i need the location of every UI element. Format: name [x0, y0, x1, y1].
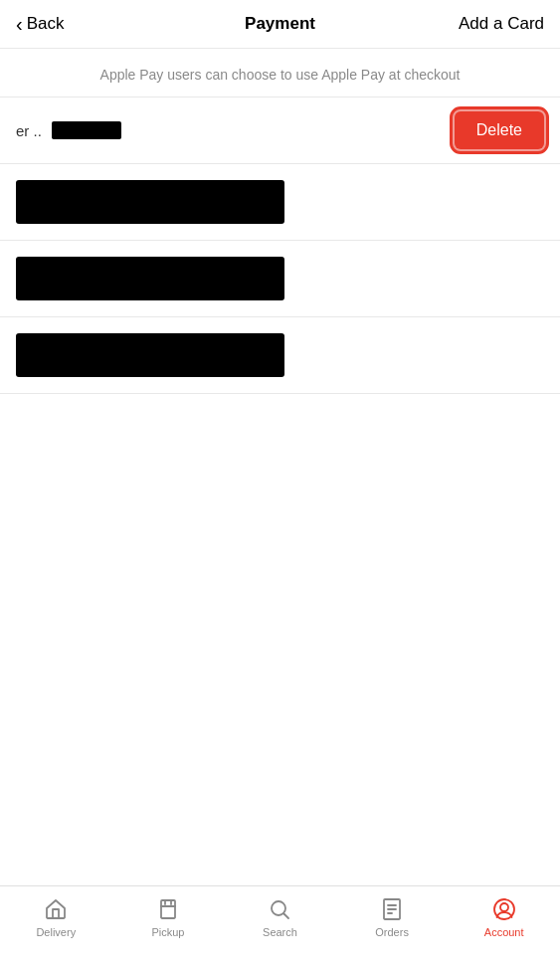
redacted-block-3 [16, 333, 284, 377]
nav-item-delivery[interactable]: Delivery [21, 896, 91, 938]
redacted-row-1 [0, 164, 560, 241]
info-text: Apple Pay users can choose to use Apple … [0, 49, 560, 97]
svg-rect-0 [161, 900, 175, 918]
nav-item-orders[interactable]: Orders [357, 896, 427, 938]
delivery-icon [43, 896, 69, 922]
nav-item-account[interactable]: Account [469, 896, 539, 938]
card-row-left: er .. [16, 121, 121, 139]
nav-label-orders: Orders [375, 926, 409, 938]
card-number-redacted [52, 121, 121, 139]
redacted-block-2 [16, 257, 284, 300]
redacted-row-2 [0, 241, 560, 317]
redacted-row-3 [0, 317, 560, 394]
svg-point-8 [500, 903, 508, 911]
card-label: er .. [16, 122, 42, 139]
back-button[interactable]: ‹ Back [16, 14, 64, 34]
top-nav: ‹ Back Payment Add a Card [0, 0, 560, 49]
nav-label-account: Account [484, 926, 524, 938]
payment-list: er .. Delete [0, 97, 560, 394]
nav-label-delivery: Delivery [36, 926, 76, 938]
search-icon [267, 896, 292, 922]
page-title: Payment [245, 14, 315, 34]
delete-button[interactable]: Delete [455, 111, 544, 149]
back-label: Back [27, 14, 65, 34]
nav-item-pickup[interactable]: Pickup [133, 896, 203, 938]
redacted-block-1 [16, 180, 284, 224]
bottom-nav: Delivery Pickup Search [0, 885, 560, 968]
nav-label-pickup: Pickup [151, 926, 184, 938]
pickup-icon [155, 896, 181, 922]
orders-icon [379, 896, 405, 922]
svg-line-2 [284, 914, 289, 919]
card-row-primary: er .. Delete [0, 97, 560, 164]
add-card-button[interactable]: Add a Card [459, 14, 544, 34]
nav-label-search: Search [263, 926, 297, 938]
back-chevron-icon: ‹ [16, 14, 23, 34]
nav-item-search[interactable]: Search [245, 896, 314, 938]
account-icon [491, 896, 517, 922]
